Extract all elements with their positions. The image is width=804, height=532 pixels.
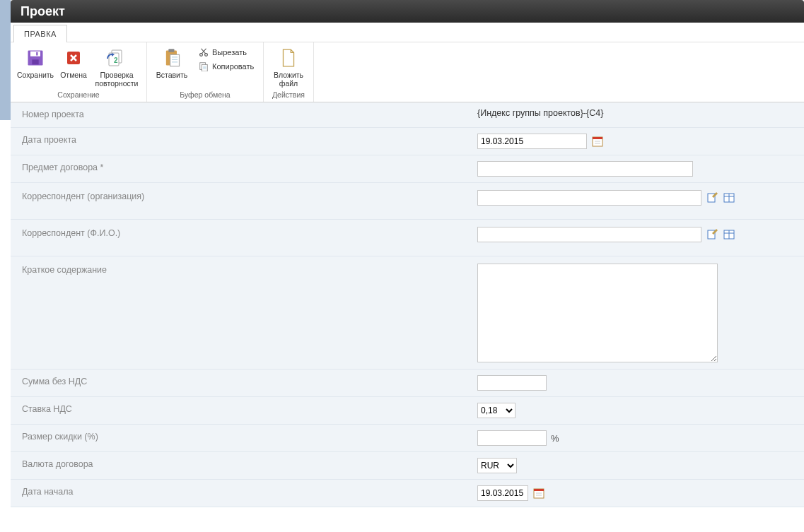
row-vat-rate: Ставка НДС 0,18 <box>11 397 804 425</box>
row-sum-no-vat: Сумма без НДС <box>11 370 804 397</box>
label-sum-no-vat: Сумма без НДС <box>11 375 477 386</box>
paste-button[interactable]: Вставить <box>151 45 192 81</box>
label-correspondent-org: Корреспондент (организация) <box>11 190 477 201</box>
copy-button[interactable]: Копировать <box>195 59 259 73</box>
paste-icon <box>161 47 183 69</box>
window-title: Проект <box>21 4 65 18</box>
save-icon <box>24 47 47 69</box>
project-date-input[interactable] <box>477 134 587 149</box>
svg-rect-25 <box>593 137 602 139</box>
label-discount: Размер скидки (%) <box>11 430 477 442</box>
copy-icon <box>198 61 209 72</box>
svg-rect-2 <box>32 59 38 64</box>
ribbon-group-save: Сохранить Отмена 2 Проверка повторности … <box>11 42 147 102</box>
label-vat-rate: Ставка НДС <box>11 403 477 414</box>
svg-text:2: 2 <box>114 57 118 64</box>
discount-suffix: % <box>551 433 559 444</box>
value-project-number: {Индекс группы проектов}-{С4} <box>477 108 603 118</box>
row-project-date: Дата проекта <box>11 128 804 155</box>
label-summary: Краткое содержание <box>11 264 477 275</box>
svg-rect-3 <box>36 52 37 56</box>
row-currency: Валюта договора RUR <box>11 452 804 480</box>
ribbon-group-clipboard: Вставить Вырезать Копировать Буфер обмен… <box>147 42 264 102</box>
lookup-icon[interactable] <box>723 228 735 241</box>
svg-point-15 <box>200 54 203 57</box>
svg-rect-10 <box>168 49 174 52</box>
correspondent-org-input[interactable] <box>477 190 701 206</box>
row-start-date: Дата начала <box>11 480 804 507</box>
contract-subject-input[interactable] <box>477 161 693 177</box>
cut-icon <box>198 47 209 58</box>
attach-file-icon <box>277 47 300 69</box>
row-project-number: Номер проекта {Индекс группы проектов}-{… <box>11 102 804 128</box>
ribbon-group-title-actions: Действия <box>268 89 309 100</box>
summary-textarea[interactable] <box>477 264 718 362</box>
svg-rect-1 <box>30 52 40 57</box>
tab-edit[interactable]: ПРАВКА <box>13 25 67 42</box>
ribbon-group-title-clipboard: Буфер обмена <box>151 89 259 100</box>
label-correspondent-fio: Корреспондент (Ф.И.О.) <box>11 227 477 238</box>
check-duplicates-button[interactable]: 2 Проверка повторности <box>91 45 142 89</box>
save-button[interactable]: Сохранить <box>15 45 56 81</box>
label-project-date: Дата проекта <box>11 134 477 145</box>
cancel-icon <box>62 47 85 69</box>
correspondent-fio-input[interactable] <box>477 227 701 242</box>
label-start-date: Дата начала <box>11 485 477 497</box>
lookup-icon[interactable] <box>723 191 735 204</box>
start-date-input[interactable] <box>477 485 528 501</box>
label-project-number: Номер проекта <box>11 108 477 119</box>
check-duplicates-icon: 2 <box>105 47 128 69</box>
edit-icon[interactable] <box>706 191 718 204</box>
svg-point-16 <box>205 54 208 57</box>
vat-rate-select[interactable]: 0,18 <box>477 403 515 418</box>
cancel-button[interactable]: Отмена <box>56 45 91 81</box>
ribbon: Сохранить Отмена 2 Проверка повторности … <box>11 42 804 102</box>
row-correspondent-org: Корреспондент (организация) <box>11 183 804 220</box>
currency-select[interactable]: RUR <box>477 458 517 473</box>
discount-input[interactable] <box>477 430 547 446</box>
window-left-strip <box>0 0 11 120</box>
row-summary: Краткое содержание <box>11 256 804 370</box>
sum-no-vat-input[interactable] <box>477 375 547 391</box>
cut-button[interactable]: Вырезать <box>195 45 259 59</box>
row-correspondent-fio: Корреспондент (Ф.И.О.) <box>11 220 804 256</box>
svg-line-18 <box>202 49 206 54</box>
ribbon-tabs: ПРАВКА <box>11 23 804 42</box>
window-title-bar: Проект <box>11 0 804 23</box>
svg-line-17 <box>202 49 206 54</box>
ribbon-group-actions: Вложить файл Действия <box>264 42 314 102</box>
row-contract-subject: Предмет договора * <box>11 155 804 183</box>
label-currency: Валюта договора <box>11 458 477 469</box>
label-contract-subject: Предмет договора * <box>11 161 477 172</box>
attach-file-button[interactable]: Вложить файл <box>268 45 309 89</box>
ribbon-group-title-save: Сохранение <box>15 89 142 100</box>
calendar-icon[interactable] <box>532 487 545 500</box>
svg-rect-37 <box>534 489 544 491</box>
svg-rect-11 <box>170 54 180 66</box>
calendar-icon[interactable] <box>591 135 604 148</box>
row-discount: Размер скидки (%) % <box>11 425 804 452</box>
edit-icon[interactable] <box>706 228 718 241</box>
form-area: Номер проекта {Индекс группы проектов}-{… <box>11 102 804 507</box>
